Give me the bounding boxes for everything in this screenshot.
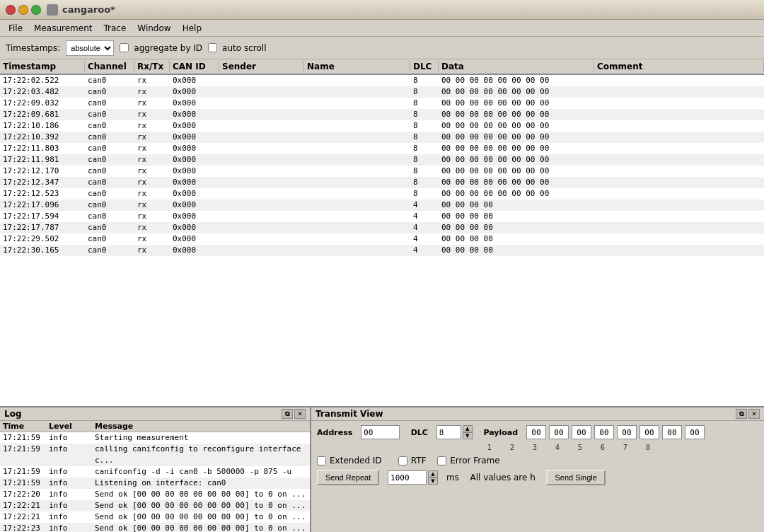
menu-file[interactable]: File	[3, 22, 28, 35]
extended-id-label[interactable]: Extended ID	[317, 456, 382, 466]
log-col-time: Time	[0, 422, 46, 431]
dlc-down[interactable]: ▼	[463, 432, 473, 439]
table-row: 17:22:30.165 can0 rx 0x000 4 00 00 00 00	[0, 245, 764, 256]
send-single-button[interactable]: Send Single	[546, 470, 605, 485]
trace-body[interactable]: 17:22:02.522 can0 rx 0x000 8 00 00 00 00…	[0, 75, 764, 406]
payload-byte-8[interactable]	[685, 425, 705, 439]
table-row: 17:22:17.096 can0 rx 0x000 4 00 00 00 00	[0, 200, 764, 211]
send-repeat-up[interactable]: ▲	[428, 470, 438, 478]
log-cell-message: Listening on interface: can0	[92, 478, 310, 489]
col-sender: Sender	[219, 61, 304, 72]
send-repeat-button[interactable]: Send Repeat	[317, 470, 379, 485]
payload-byte-6[interactable]	[639, 425, 659, 439]
cell-dlc: 8	[410, 188, 439, 200]
payload-byte-3[interactable]	[572, 425, 591, 439]
address-input[interactable]	[361, 425, 400, 439]
rtf-label[interactable]: RTF	[398, 456, 427, 466]
aggregate-checkbox[interactable]	[120, 43, 129, 52]
app-icon	[47, 4, 58, 16]
col-timestamp: Timestamp	[0, 61, 85, 72]
log-cell-message: canifconfig -d -i can0 -b 500000 -p 875 …	[92, 466, 310, 478]
log-body[interactable]: 17:21:59 info Starting measurement 17:21…	[0, 432, 310, 532]
col-rxtx: Rx/Tx	[134, 61, 170, 72]
timestamps-select[interactable]: absolute relative delta	[66, 40, 114, 56]
error-frame-checkbox[interactable]	[437, 456, 446, 466]
log-panel-header: Log ⧉ ✕	[0, 407, 310, 421]
cell-canid: 0x000	[170, 143, 219, 154]
cell-name	[304, 86, 410, 98]
menu-help[interactable]: Help	[177, 22, 207, 35]
cell-timestamp: 17:22:30.165	[0, 245, 85, 256]
trace-header: Timestamp Channel Rx/Tx CAN ID Sender Na…	[0, 59, 764, 75]
cell-canid: 0x000	[170, 154, 219, 166]
cell-timestamp: 17:22:17.594	[0, 211, 85, 222]
log-cell-level: info	[46, 489, 92, 500]
cell-canid: 0x000	[170, 211, 219, 222]
cell-dlc: 8	[410, 120, 439, 132]
log-cell-time: 17:21:59	[0, 478, 46, 489]
log-float-button[interactable]: ⧉	[282, 409, 293, 419]
log-cell-level: info	[46, 432, 92, 444]
payload-byte-1[interactable]	[526, 425, 546, 439]
log-cell-time: 17:22:21	[0, 511, 46, 523]
log-close-button[interactable]: ✕	[294, 409, 306, 419]
cell-dlc: 4	[410, 233, 439, 245]
cell-comment	[594, 200, 764, 211]
close-button[interactable]	[6, 5, 16, 15]
error-frame-label[interactable]: Error Frame	[437, 456, 499, 466]
payload-num-1: 1	[480, 444, 499, 451]
cell-comment	[594, 143, 764, 154]
cell-sender	[219, 211, 304, 222]
send-repeat-interval[interactable]	[388, 470, 427, 485]
menu-window[interactable]: Window	[132, 22, 176, 35]
cell-comment	[594, 245, 764, 256]
maximize-button[interactable]	[31, 5, 41, 15]
cell-sender	[219, 109, 304, 120]
cell-name	[304, 211, 410, 222]
cell-channel: can0	[85, 109, 134, 120]
cell-dlc: 4	[410, 222, 439, 233]
cell-canid: 0x000	[170, 222, 219, 233]
window-buttons	[6, 5, 41, 15]
payload-byte-5[interactable]	[617, 425, 637, 439]
dlc-input[interactable]	[436, 425, 461, 439]
log-col-message: Message	[92, 422, 310, 431]
send-repeat-spinner[interactable]: ▲ ▼	[428, 470, 438, 485]
cell-channel: can0	[85, 233, 134, 245]
cell-channel: can0	[85, 200, 134, 211]
transmit-row-1: Address DLC ▲ ▼ Payload	[317, 425, 758, 439]
list-item: 17:21:59 info Listening on interface: ca…	[0, 478, 310, 489]
ms-label: ms	[446, 473, 459, 482]
cell-name	[304, 222, 410, 233]
cell-comment	[594, 98, 764, 109]
autoscroll-checkbox[interactable]	[208, 43, 217, 52]
aggregate-label[interactable]: aggregate by ID	[120, 43, 202, 53]
payload-byte-7[interactable]	[662, 425, 682, 439]
cell-sender	[219, 188, 304, 200]
payload-byte-2[interactable]	[549, 425, 569, 439]
table-row: 17:22:17.787 can0 rx 0x000 4 00 00 00 00	[0, 222, 764, 233]
cell-rxtx: rx	[134, 245, 170, 256]
cell-data: 00 00 00 00 00 00 00 00	[439, 143, 594, 154]
cell-timestamp: 17:22:17.787	[0, 222, 85, 233]
minimize-button[interactable]	[18, 5, 28, 15]
payload-byte-4[interactable]	[594, 425, 614, 439]
dlc-spinner[interactable]: ▲ ▼	[463, 425, 473, 439]
menu-measurement[interactable]: Measurement	[28, 22, 98, 35]
log-cell-time: 17:22:23	[0, 523, 46, 532]
cell-canid: 0x000	[170, 233, 219, 245]
transmit-close-button[interactable]: ✕	[748, 409, 760, 419]
send-repeat-down[interactable]: ▼	[428, 478, 438, 485]
log-cell-time: 17:21:59	[0, 432, 46, 444]
cell-sender	[219, 132, 304, 143]
transmit-float-button[interactable]: ⧉	[736, 409, 747, 419]
autoscroll-label[interactable]: auto scroll	[208, 43, 266, 53]
dlc-up[interactable]: ▲	[463, 425, 473, 432]
cell-comment	[594, 75, 764, 86]
extended-id-checkbox[interactable]	[317, 456, 326, 466]
cell-sender	[219, 177, 304, 188]
menu-trace[interactable]: Trace	[98, 22, 132, 35]
rtf-checkbox[interactable]	[398, 456, 407, 466]
window-title: cangaroo*	[62, 4, 115, 15]
cell-name	[304, 132, 410, 143]
